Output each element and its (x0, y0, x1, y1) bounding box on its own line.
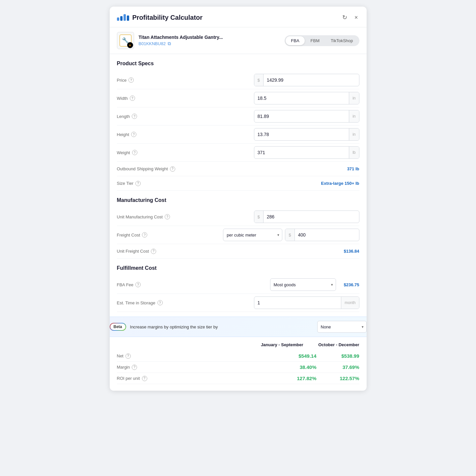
margin-help-icon[interactable]: ? (132, 365, 137, 370)
panel-title: Profitability Calculator (117, 14, 203, 21)
outbound-help-icon[interactable]: ? (170, 166, 175, 172)
storage-row: Est. Time in Storage ? month (117, 294, 359, 312)
tab-fba[interactable]: FBA (286, 36, 304, 45)
fulfillment-cost-title: Fulfillment Cost (117, 265, 359, 271)
tab-fbm[interactable]: FBM (305, 36, 325, 45)
storage-unit: month (341, 297, 359, 309)
net-row: Net ? $549.14 $538.99 (117, 350, 359, 362)
fba-fee-label: FBA Fee ? (117, 282, 183, 287)
weight-input-wrap: lb (183, 146, 359, 159)
width-label: Width ? (117, 96, 183, 101)
margin-label: Margin ? (117, 365, 274, 370)
fba-fee-row: FBA Fee ? Most goods Clothing Footwear J… (117, 276, 359, 294)
results-col1-header: January - September (261, 342, 303, 347)
width-unit: in (349, 92, 359, 104)
channel-tabs: FBA FBM TikTokShop (285, 35, 359, 46)
price-row: Price ? $ (117, 71, 359, 89)
length-input[interactable] (254, 110, 349, 122)
size-tier-help-icon[interactable]: ? (135, 181, 141, 186)
net-help-icon[interactable]: ? (126, 353, 131, 359)
beta-badge-outer: Beta (110, 323, 126, 331)
net-col2-value: $538.99 (317, 353, 359, 359)
width-input[interactable] (254, 92, 349, 104)
storage-input[interactable] (254, 297, 341, 309)
product-details: Titan Attachments Adjustable Gantry... B… (139, 35, 223, 46)
unit-cost-input[interactable] (264, 211, 359, 223)
fba-fee-help-icon[interactable]: ? (135, 282, 141, 287)
tab-tiktokshop[interactable]: TikTokShop (325, 36, 358, 45)
chart-icon (117, 14, 129, 21)
copy-asin-icon[interactable]: ⧉ (168, 41, 171, 46)
beta-banner: Beta Increase margins by optimizing the … (110, 317, 367, 337)
price-help-icon[interactable]: ? (128, 77, 134, 83)
freight-label: Freight Cost ? (117, 232, 183, 238)
outbound-shipping-row: Outbound Shipping Weight ? 371 lb (117, 162, 359, 176)
asin-value: B01KKNBU82 (139, 41, 166, 46)
weight-label: Weight ? (117, 150, 183, 155)
height-input[interactable] (254, 128, 349, 140)
height-row: Height ? in (117, 126, 359, 144)
unit-cost-label: Unit Manufacturing Cost ? (117, 214, 183, 219)
weight-input[interactable] (254, 147, 349, 158)
beta-badge: Beta (110, 323, 126, 330)
product-asin-row: B01KKNBU82 ⧉ (139, 41, 223, 46)
app-title: Profitability Calculator (132, 14, 203, 21)
length-help-icon[interactable]: ? (132, 114, 137, 119)
fba-fee-select-wrap: Most goods Clothing Footwear Jewelry ▾ (270, 278, 336, 291)
weight-help-icon[interactable]: ? (132, 150, 137, 155)
price-label: Price ? (117, 77, 183, 83)
size-tier-value: Extra-large 150+ lb (321, 181, 359, 186)
freight-controls: per cubic meter per unit per kg ▾ $ (223, 229, 359, 241)
weight-input-container: lb (254, 146, 359, 159)
height-help-icon[interactable]: ? (131, 132, 136, 137)
storage-input-container: month (254, 296, 359, 309)
length-unit: in (349, 110, 359, 122)
unit-freight-value-wrap: $136.84 (183, 249, 359, 254)
roi-row: ROI per unit ? 127.82% 122.57% (117, 373, 359, 384)
optimize-select[interactable]: None Small Medium Large (318, 321, 366, 332)
beta-text: Increase margins by optimizing the size … (130, 324, 313, 329)
width-row: Width ? in (117, 89, 359, 107)
unit-freight-help-icon[interactable]: ? (151, 249, 156, 254)
unit-freight-row: Unit Freight Cost ? $136.84 (117, 244, 359, 259)
height-input-container: in (254, 128, 359, 141)
freight-price-prefix: $ (285, 229, 294, 241)
height-input-wrap: in (183, 128, 359, 141)
length-input-container: in (254, 110, 359, 123)
width-input-container: in (254, 92, 359, 104)
unit-cost-prefix: $ (254, 211, 264, 223)
freight-help-icon[interactable]: ? (142, 232, 147, 238)
product-row: 🔧 a Titan Attachments Adjustable Gantry.… (110, 27, 367, 54)
refresh-button[interactable]: ↻ (341, 13, 349, 22)
freight-input-wrap: per cubic meter per unit per kg ▾ $ (183, 229, 359, 241)
price-input[interactable] (264, 74, 359, 86)
close-button[interactable]: × (353, 13, 359, 22)
roi-label: ROI per unit ? (117, 376, 274, 381)
storage-help-icon[interactable]: ? (157, 300, 163, 305)
height-label: Height ? (117, 132, 183, 137)
length-row: Length ? in (117, 107, 359, 126)
results-header: January - September October - December (117, 342, 359, 347)
header-actions: ↻ × (341, 13, 359, 22)
unit-cost-input-container: $ (254, 210, 359, 223)
unit-cost-help-icon[interactable]: ? (165, 214, 170, 219)
freight-price-container: $ (285, 229, 359, 241)
fba-fee-select[interactable]: Most goods Clothing Footwear Jewelry (270, 279, 330, 291)
optimize-select-wrap: None Small Medium Large ▾ (317, 321, 367, 333)
freight-type-select[interactable]: per cubic meter per unit per kg (223, 229, 267, 241)
unit-cost-input-wrap: $ (183, 210, 359, 223)
length-input-wrap: in (183, 110, 359, 123)
results-section: January - September October - December N… (117, 337, 359, 384)
freight-price-input[interactable] (295, 229, 359, 241)
price-prefix: $ (254, 74, 264, 86)
net-label: Net ? (117, 353, 274, 359)
manufacturing-cost-title: Manufacturing Cost (117, 197, 359, 203)
freight-cost-row: Freight Cost ? per cubic meter per unit … (117, 226, 359, 244)
fba-fee-input-wrap: Most goods Clothing Footwear Jewelry ▾ $… (183, 278, 359, 291)
margin-col1-value: 38.40% (274, 364, 317, 370)
unit-cost-row: Unit Manufacturing Cost ? $ (117, 208, 359, 226)
roi-help-icon[interactable]: ? (142, 376, 147, 381)
size-tier-row: Size Tier ? Extra-large 150+ lb (117, 176, 359, 191)
width-help-icon[interactable]: ? (130, 96, 135, 101)
storage-label: Est. Time in Storage ? (117, 300, 183, 305)
